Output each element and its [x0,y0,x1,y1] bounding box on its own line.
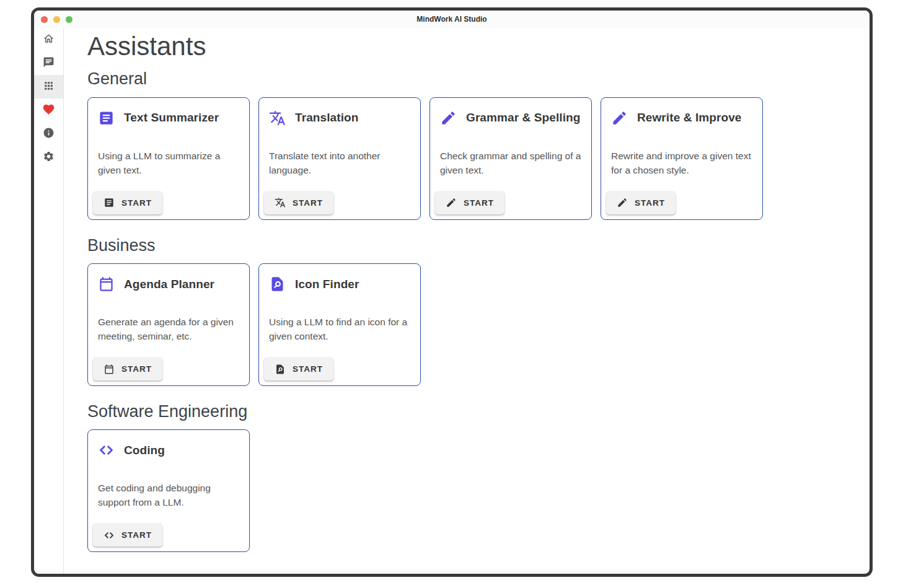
start-button[interactable]: START [435,191,504,214]
card-actions: START [259,186,420,219]
card-header: Agenda Planner [88,264,249,292]
card-translation: Translation Translate text into another … [258,97,421,220]
code-icon [104,530,115,541]
document-search-icon [275,364,286,375]
card-coding: Coding Get coding and debugging support … [87,429,250,552]
card-title: Text Summarizer [124,111,219,125]
section-title-business: Business [87,235,857,255]
card-title: Translation [295,111,358,125]
article-icon [104,197,115,208]
app-window: MindWork AI Studio Assistants General Te… [31,7,873,577]
card-title: Rewrite & Improve [637,111,742,125]
start-button-label: START [635,198,665,208]
code-icon [98,442,115,459]
card-actions: START [88,519,249,551]
card-header: Text Summarizer [88,98,249,126]
apps-grid-icon [43,80,55,94]
start-button-label: START [293,198,323,208]
start-button-label: START [121,198,152,208]
article-icon [98,110,115,126]
card-text-summarizer: Text Summarizer Using a LLM to summarize… [87,97,250,220]
pencil-icon [446,197,457,208]
start-button[interactable]: START [264,358,333,380]
card-agenda-planner: Agenda Planner Generate an agenda for a … [87,263,250,386]
card-header: Coding [88,430,249,459]
chat-icon [43,56,55,71]
card-icon-finder: Icon Finder Using a LLM to find an icon … [258,263,421,386]
card-header: Translation [259,98,420,126]
card-description: Get coding and debugging support from a … [88,481,249,509]
home-icon [43,33,55,47]
card-row-general: Text Summarizer Using a LLM to summarize… [87,97,857,220]
card-actions: START [259,353,420,385]
card-row-business: Agenda Planner Generate an agenda for a … [87,263,857,386]
start-button[interactable]: START [93,191,162,214]
card-actions: START [88,186,249,219]
sidebar-item-chats[interactable] [34,51,63,75]
window-title: MindWork AI Studio [34,15,870,24]
card-actions: START [601,186,762,219]
calendar-icon [98,276,115,292]
start-button[interactable]: START [93,358,162,380]
main-content: Assistants General Text Summarizer Using… [64,28,870,574]
start-button[interactable]: START [264,191,333,214]
card-actions: START [88,353,249,385]
card-row-software-engineering: Coding Get coding and debugging support … [87,429,857,552]
section-title-general: General [87,69,857,89]
pencil-icon [440,110,457,126]
sidebar-item-about[interactable] [34,122,63,146]
start-button-label: START [121,530,152,540]
start-button[interactable]: START [93,524,162,546]
section-title-software-engineering: Software Engineering [87,402,857,421]
sidebar-item-settings[interactable] [34,146,63,169]
card-rewrite-improve: Rewrite & Improve Rewrite and improve a … [601,97,763,220]
card-description: Rewrite and improve a given text for a c… [601,149,762,177]
gear-icon [43,151,55,165]
card-header: Grammar & Spelling [430,98,591,126]
info-icon [43,127,55,141]
start-button[interactable]: START [606,191,676,214]
card-description: Using a LLM to find an icon for a given … [259,315,420,343]
translate-icon [275,197,286,208]
page-title: Assistants [87,32,857,61]
card-title: Grammar & Spelling [466,111,580,125]
card-actions: START [430,186,591,219]
start-button-label: START [293,364,323,374]
sidebar-item-favorites[interactable] [34,99,63,122]
card-grammar-spelling: Grammar & Spelling Check grammar and spe… [429,97,592,220]
sidebar-item-home[interactable] [34,28,63,51]
start-button-label: START [121,364,152,374]
pencil-icon [617,197,628,208]
card-description: Translate text into another language. [259,149,420,177]
card-title: Agenda Planner [124,278,214,291]
card-title: Icon Finder [295,278,359,291]
card-description: Check grammar and spelling of a given te… [430,149,591,177]
calendar-icon [104,364,115,375]
titlebar: MindWork AI Studio [34,11,870,28]
sidebar [34,28,64,574]
card-header: Rewrite & Improve [601,98,762,126]
heart-icon [42,103,55,118]
card-header: Icon Finder [259,264,420,292]
translate-icon [269,110,286,126]
card-title: Coding [124,444,165,457]
pencil-icon [611,110,628,126]
document-search-icon [269,276,286,292]
card-description: Using a LLM to summarize a given text. [88,149,249,177]
start-button-label: START [464,198,494,208]
sidebar-item-assistants[interactable] [34,75,63,99]
card-description: Generate an agenda for a given meeting, … [88,315,249,343]
